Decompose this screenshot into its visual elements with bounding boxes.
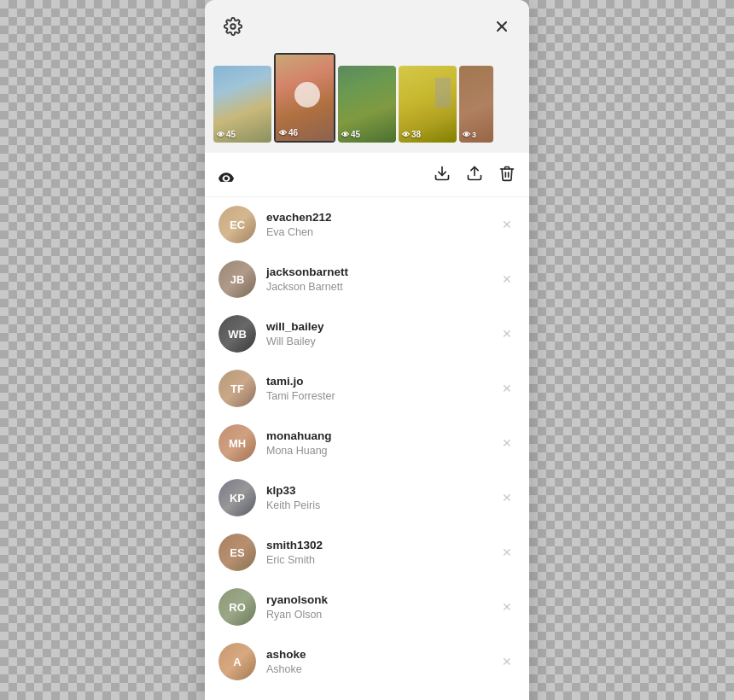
phone-card: 👁45 👁46 👁45 👁38 👁3 [205, 0, 529, 700]
avatar: WB [218, 315, 256, 353]
user-info: jacksonbarnett Jackson Barnett [266, 265, 498, 294]
user-info: smith1302 Eric Smith [266, 538, 498, 567]
remove-user-button[interactable]: ✕ [498, 488, 516, 507]
top-bar [205, 0, 529, 49]
user-list: EC evachen212 Eva Chen ✕ JB jacksonbarne… [205, 197, 529, 689]
username: evachen212 [266, 210, 498, 225]
user-item[interactable]: MH monahuang Mona Huang ✕ [205, 416, 529, 470]
display-name: Tami Forrester [266, 389, 498, 403]
story-thumb-3[interactable]: 👁45 [338, 66, 396, 143]
display-name: Ryan Olson [266, 608, 498, 621]
settings-button[interactable] [222, 15, 244, 40]
remove-user-button[interactable]: ✕ [498, 598, 516, 616]
user-info: monahuang Mona Huang [266, 429, 498, 458]
remove-user-button[interactable]: ✕ [498, 215, 516, 234]
download-icon[interactable] [434, 165, 451, 186]
display-name: Ashoke [266, 662, 498, 676]
story-thumb-2[interactable]: 👁46 [274, 53, 335, 143]
user-item[interactable]: EC evachen212 Eva Chen ✕ [205, 197, 529, 252]
bottom-fade [205, 689, 529, 700]
delete-icon[interactable] [498, 165, 516, 186]
user-item[interactable]: TF tami.jo Tami Forrester ✕ [205, 361, 529, 416]
remove-user-button[interactable]: ✕ [498, 379, 516, 398]
avatar: EC [218, 206, 256, 243]
viewer-count [218, 170, 241, 182]
user-item[interactable]: A ashoke Ashoke ✕ [205, 634, 529, 689]
user-item[interactable]: RO ryanolsonk Ryan Olson ✕ [205, 580, 529, 634]
username: smith1302 [266, 538, 498, 553]
story-thumb-4[interactable]: 👁38 [399, 66, 457, 143]
action-icons [434, 165, 516, 186]
user-item[interactable]: WB will_bailey Will Bailey ✕ [205, 306, 529, 361]
user-info: tami.jo Tami Forrester [266, 374, 498, 403]
display-name: Eva Chen [266, 225, 498, 239]
username: ashoke [266, 647, 498, 662]
user-info: klp33 Keith Peiris [266, 483, 498, 512]
story-strip: 👁45 👁46 👁45 👁38 👁3 [205, 49, 529, 143]
display-name: Will Bailey [266, 335, 498, 348]
user-info: ryanolsonk Ryan Olson [266, 592, 498, 621]
display-name: Mona Huang [266, 444, 498, 458]
username: tami.jo [266, 374, 498, 389]
viewer-header [205, 153, 529, 197]
username: monahuang [266, 429, 498, 444]
avatar: KP [218, 479, 256, 516]
avatar: TF [218, 370, 256, 407]
content-area: EC evachen212 Eva Chen ✕ JB jacksonbarne… [205, 153, 529, 700]
user-item[interactable]: ES smith1302 Eric Smith ✕ [205, 525, 529, 580]
username: ryanolsonk [266, 592, 498, 608]
remove-user-button[interactable]: ✕ [498, 543, 516, 562]
close-button[interactable] [492, 16, 512, 39]
eye-icon [218, 170, 234, 182]
svg-point-0 [230, 24, 236, 29]
username: will_bailey [266, 319, 498, 335]
user-item[interactable]: KP klp33 Keith Peiris ✕ [205, 470, 529, 525]
remove-user-button[interactable]: ✕ [498, 434, 516, 452]
display-name: Jackson Barnett [266, 280, 498, 294]
user-info: ashoke Ashoke [266, 647, 498, 676]
username: jacksonbarnett [266, 265, 498, 280]
share-icon[interactable] [466, 165, 483, 186]
avatar: JB [218, 260, 256, 298]
remove-user-button[interactable]: ✕ [498, 652, 516, 671]
remove-user-button[interactable]: ✕ [498, 324, 516, 343]
avatar: RO [218, 588, 256, 626]
avatar: A [218, 643, 256, 680]
avatar: ES [218, 534, 256, 571]
story-thumb-5[interactable]: 👁3 [459, 66, 493, 143]
display-name: Eric Smith [266, 553, 498, 567]
username: klp33 [266, 483, 498, 499]
display-name: Keith Peiris [266, 499, 498, 512]
user-info: evachen212 Eva Chen [266, 210, 498, 239]
avatar: MH [218, 424, 256, 462]
user-info: will_bailey Will Bailey [266, 319, 498, 348]
user-item[interactable]: JB jacksonbarnett Jackson Barnett ✕ [205, 252, 529, 306]
story-thumb-1[interactable]: 👁45 [213, 66, 271, 143]
remove-user-button[interactable]: ✕ [498, 270, 516, 289]
